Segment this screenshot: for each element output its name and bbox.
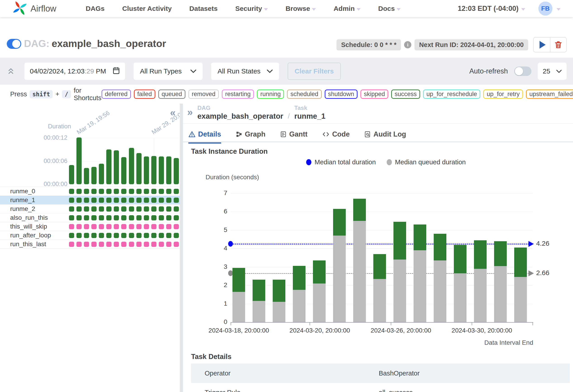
tab-details[interactable]: Details [188,126,221,143]
task-instance-success[interactable] [144,206,149,212]
task-instance-skipped[interactable] [159,224,164,229]
task-instance-success[interactable] [166,233,171,238]
task-instance-skipped[interactable] [99,224,104,229]
task-instance-success[interactable] [151,206,157,212]
status-tag-shutdown[interactable]: shutdown [325,89,358,99]
status-tag-scheduled[interactable]: scheduled [287,89,322,99]
mini-duration-bar[interactable] [114,150,119,184]
task-row-runme-1[interactable]: runme_1 [0,196,180,205]
task-instance-success[interactable] [129,233,134,238]
task-row-this-will-skip[interactable]: this_will_skip [0,222,180,231]
clear-filters-button[interactable]: Clear Filters [288,63,341,80]
trigger-dag-button[interactable] [534,37,550,52]
task-instance-success[interactable] [159,189,164,194]
mini-duration-bar[interactable] [144,157,149,184]
status-tag-upstream-failed[interactable]: upstream_failed [526,89,573,99]
duration-bar[interactable] [252,280,265,322]
task-name[interactable]: runme_1 [0,196,35,204]
duration-bar[interactable] [353,199,366,322]
mini-duration-bar[interactable] [166,157,171,184]
task-instance-skipped[interactable] [174,242,179,247]
nav-item-security[interactable]: Security [235,5,268,12]
mini-duration-bar[interactable] [99,164,104,184]
airflow-brand[interactable]: Airflow [12,1,56,17]
task-instance-skipped[interactable] [136,242,142,247]
duration-bar[interactable] [233,268,245,322]
mini-duration-bar[interactable] [174,158,179,184]
breadcrumb-task[interactable]: Task runme_1 [294,105,326,121]
task-instance-skipped[interactable] [114,242,119,247]
task-instance-success[interactable] [159,206,164,212]
delete-dag-button[interactable] [550,37,566,52]
status-tag-success[interactable]: success [391,89,420,99]
task-instance-success[interactable] [99,215,104,220]
task-instance-success[interactable] [91,233,97,238]
duration-bar[interactable] [474,240,487,322]
task-instance-success[interactable] [106,215,111,220]
task-instance-success[interactable] [166,197,171,203]
task-instance-skipped[interactable] [99,242,104,247]
task-instance-success[interactable] [144,215,149,220]
task-name[interactable]: run_this_last [0,241,46,248]
status-tag-up-for-retry[interactable]: up_for_retry [483,89,523,99]
task-instance-success[interactable] [84,197,89,203]
task-instance-success[interactable] [121,233,126,238]
task-instance-skipped[interactable] [84,242,89,247]
status-tag-deferred[interactable]: deferred [102,89,131,99]
task-instance-skipped[interactable] [106,224,111,229]
task-instance-skipped[interactable] [174,224,179,229]
task-instance-skipped[interactable] [129,242,134,247]
task-instance-skipped[interactable] [76,224,82,229]
task-instance-success[interactable] [144,233,149,238]
task-instance-success[interactable] [106,197,111,203]
task-name[interactable]: runme_2 [0,205,35,213]
task-name[interactable]: also_run_this [0,214,48,221]
task-instance-success[interactable] [99,206,104,212]
task-instance-success[interactable] [144,189,149,194]
page-size-select[interactable]: 25 [538,63,567,80]
nav-item-datasets[interactable]: Datasets [189,5,217,12]
auto-refresh-toggle[interactable] [514,67,531,76]
task-instance-success[interactable] [144,197,149,203]
task-instance-success[interactable] [84,215,89,220]
task-instance-success[interactable] [121,215,126,220]
task-instance-success[interactable] [69,206,74,212]
task-instance-success[interactable] [114,197,119,203]
task-instance-skipped[interactable] [144,224,149,229]
task-instance-success[interactable] [69,215,74,220]
duration-bar[interactable] [494,241,507,322]
task-instance-success[interactable] [84,233,89,238]
task-instance-success[interactable] [159,215,164,220]
task-instance-success[interactable] [151,215,157,220]
task-instance-success[interactable] [84,189,89,194]
duration-bar[interactable] [333,209,346,322]
task-instance-success[interactable] [99,233,104,238]
nav-item-cluster-activity[interactable]: Cluster Activity [122,5,172,12]
task-instance-success[interactable] [99,197,104,203]
task-instance-success[interactable] [76,215,82,220]
task-instance-success[interactable] [69,233,74,238]
duration-bar[interactable] [394,222,406,322]
task-name[interactable]: run_after_loop [0,232,51,239]
chevron-down-icon[interactable] [556,8,561,11]
task-instance-success[interactable] [174,215,179,220]
task-instance-success[interactable] [76,206,82,212]
task-instance-success[interactable] [159,197,164,203]
task-instance-success[interactable] [121,189,126,194]
nav-item-dags[interactable]: DAGs [86,5,105,12]
task-row-run-after-loop[interactable]: run_after_loop [0,231,180,240]
task-instance-success[interactable] [129,189,134,194]
task-instance-skipped[interactable] [151,224,157,229]
task-name[interactable]: runme_0 [0,188,35,195]
mini-duration-bar[interactable] [159,157,164,184]
nav-item-admin[interactable]: Admin [334,5,360,12]
mini-duration-bar[interactable] [84,168,89,184]
task-instance-success[interactable] [114,233,119,238]
task-instance-skipped[interactable] [69,242,74,247]
task-instance-skipped[interactable] [136,224,142,229]
nav-item-browse[interactable]: Browse [286,5,316,12]
task-instance-success[interactable] [106,189,111,194]
task-instance-success[interactable] [174,206,179,212]
task-instance-success[interactable] [106,206,111,212]
task-instance-success[interactable] [84,206,89,212]
